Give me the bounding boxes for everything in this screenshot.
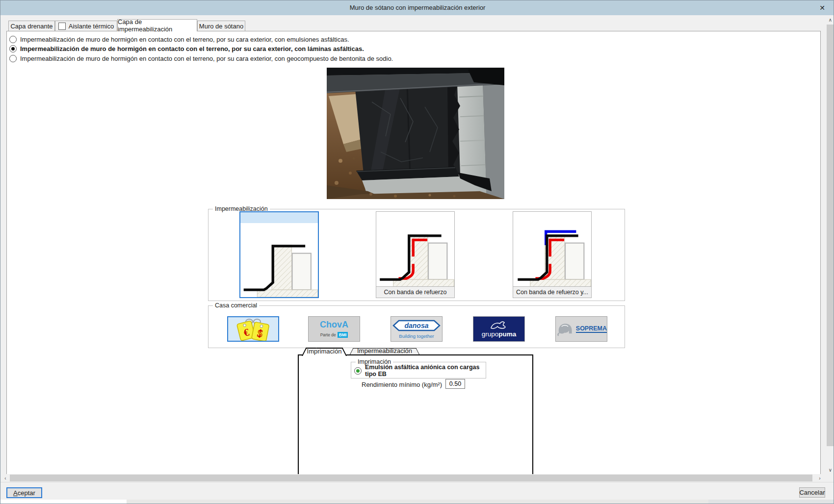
option-label: Impermeabilización de muro de hormigón e… <box>20 45 364 52</box>
option-geocompuesto-bentonita[interactable]: Impermeabilización de muro de hormigón e… <box>9 54 393 62</box>
grupopuma-text-bold: puma <box>498 330 516 338</box>
tile-selection-band <box>240 212 318 223</box>
tab-aislante-termico[interactable]: Aislante térmico <box>55 21 117 31</box>
dialog-muro-sotano: Muro de sótano con impermeabilización ex… <box>0 0 834 504</box>
soprema-logo-text: SOPREMA <box>576 325 607 333</box>
svg-text:danosa: danosa <box>404 322 428 329</box>
puma-icon <box>488 320 510 330</box>
danosa-subtext: Building together <box>399 333 434 339</box>
option-label: Impermeabilización de muro de hormigón e… <box>20 55 393 62</box>
grupopuma-text-light: grupo <box>482 330 499 338</box>
tile-caption: Con banda de refuerzo <box>376 286 454 298</box>
group-title: Casa comercial <box>213 302 259 309</box>
horizontal-scroll-thumb[interactable] <box>10 475 812 481</box>
danosa-banner-icon: danosa <box>392 319 441 332</box>
brand-chova[interactable]: ChovA Parte de BMI <box>308 316 360 342</box>
price-tags-icon: € $ <box>229 317 278 341</box>
brand-grupopuma[interactable]: grupopuma <box>473 316 525 342</box>
tab-capa-drenante[interactable]: Capa drenante <box>8 21 55 31</box>
tile-caption: Con banda de refuerzo y... <box>513 286 591 298</box>
subtab-label: Imprimación <box>302 348 347 355</box>
option-label: Impermeabilización de muro de hormigón e… <box>20 36 349 43</box>
group-imprimacion: Imprimación Emulsión asfáltica aniónica … <box>351 362 486 378</box>
subtab-imprimacion[interactable]: Imprimación <box>302 348 347 356</box>
option-emulsiones-asfalticas[interactable]: Impermeabilización de muro de hormigón e… <box>9 35 349 43</box>
rendimiento-input[interactable] <box>445 379 465 389</box>
tab-label: Capa drenante <box>10 23 52 30</box>
subtab-label: Impermeabilización <box>350 348 419 353</box>
cancel-button[interactable]: Cancelar <box>799 487 825 498</box>
elephant-icon <box>556 321 574 337</box>
cancel-label: Cancelar <box>799 489 825 496</box>
tile-con-banda-refuerzo[interactable]: Con banda de refuerzo <box>376 211 455 298</box>
tile-sin-banda[interactable] <box>239 211 319 298</box>
aislante-checkbox[interactable] <box>58 23 66 30</box>
tab-label: Capa de impermeabilización <box>118 18 197 33</box>
tab-label: Muro de sótano <box>199 23 243 30</box>
scroll-right-icon[interactable]: › <box>816 474 824 482</box>
accept-button[interactable]: Aceptar <box>6 487 42 498</box>
scroll-left-icon[interactable]: ‹ <box>1 474 9 482</box>
tab-muro-sotano[interactable]: Muro de sótano <box>197 21 245 31</box>
scroll-up-icon[interactable]: ∧ <box>826 16 834 24</box>
vertical-scroll-thumb[interactable] <box>827 25 834 446</box>
subtab-impermeabilizacion[interactable]: Impermeabilización <box>350 348 419 354</box>
background-window-sliver <box>0 500 127 504</box>
option-laminas-asfalticas[interactable]: Impermeabilización de muro de hormigón e… <box>9 45 364 52</box>
diagram-sin-banda <box>240 223 318 297</box>
close-icon[interactable]: ✕ <box>815 0 830 15</box>
taskbar-sliver-right <box>708 500 834 504</box>
dialog-title: Muro de sótano con impermeabilización ex… <box>0 0 834 15</box>
radio-icon[interactable] <box>9 55 17 62</box>
accept-label: Aceptar <box>13 489 35 497</box>
option-emulsion-eb[interactable]: Emulsión asfáltica aniónica con cargas t… <box>354 367 486 375</box>
chova-logo-text: ChovA <box>320 320 348 329</box>
bmi-logo: BMI <box>338 332 348 338</box>
radio-icon[interactable] <box>9 36 17 43</box>
diagram-con-banda-y <box>513 213 591 287</box>
wall-3d-preview-image <box>327 68 504 199</box>
chova-subtext: Parte de <box>320 332 336 337</box>
tab-label: Aislante térmico <box>69 23 114 30</box>
tile-con-banda-refuerzo-y[interactable]: Con banda de refuerzo y... <box>513 211 592 298</box>
radio-icon-selected[interactable] <box>9 45 17 52</box>
rendimiento-label: Rendimiento mínimo (kg/m²) <box>344 381 442 388</box>
brand-danosa[interactable]: danosa Building together <box>391 316 443 342</box>
button-bar <box>0 482 834 500</box>
diagram-con-banda <box>376 213 454 287</box>
brand-generic[interactable]: € $ <box>227 316 279 342</box>
scroll-down-icon[interactable]: ∨ <box>826 466 834 474</box>
radio-icon-selected-green[interactable] <box>354 367 362 375</box>
option-label: Emulsión asfáltica aniónica con cargas t… <box>365 364 486 378</box>
taskbar-sliver <box>127 500 708 504</box>
tab-capa-impermeabilizacion[interactable]: Capa de impermeabilización <box>117 19 197 31</box>
brand-soprema[interactable]: SOPREMA <box>555 316 607 342</box>
